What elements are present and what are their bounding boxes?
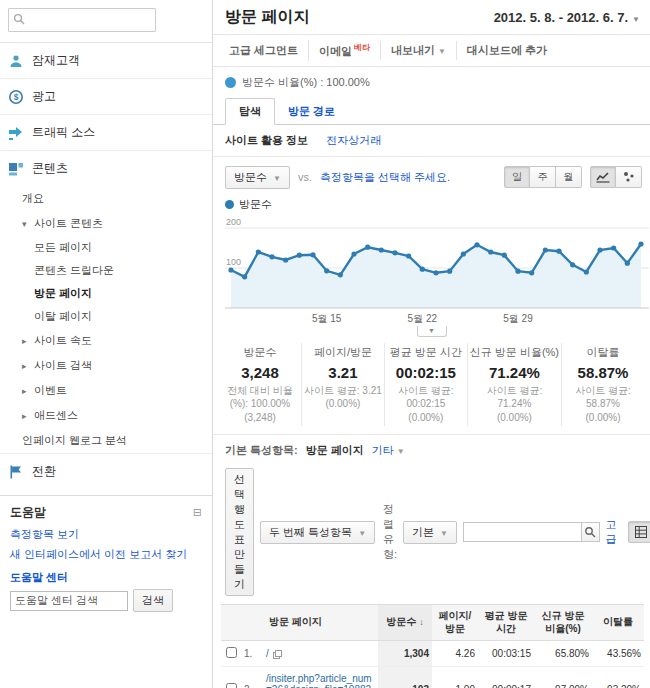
metric-dropdown[interactable]: 방문수▼ [225,166,290,189]
toolbar-label: 대시보드에 추가 [467,44,547,56]
summary-metric-1: 페이지/방문3.21사이트 평균: 3.21(0.00%) [301,343,384,427]
report-tabs: 탐색방문 경로 [213,94,650,125]
table-view-icon[interactable] [628,521,650,543]
svg-text:200: 200 [226,217,241,227]
sidebar-item-advertising[interactable]: $광고 [0,78,212,114]
tab-entrance-paths[interactable]: 방문 경로 [275,99,348,124]
plot-rows-button[interactable]: 선택 행 도표 만들기 [225,468,254,596]
row-checkbox[interactable] [226,683,237,688]
audience-icon [8,53,24,69]
sidebar-item-overview[interactable]: 개요 [0,186,212,211]
open-in-new-icon[interactable] [273,649,282,659]
sidebar-item-exit-pages[interactable]: 이탈 페이지 [0,305,212,328]
other-dimension-dropdown[interactable]: 기타▼ [372,443,405,458]
granularity-month-button[interactable]: 월 [556,166,582,188]
motion-chart-icon[interactable] [616,166,642,188]
sidebar-item-site-search[interactable]: ▸사이트 검색 [0,353,212,378]
pages-per-visit-cell: 4.26 [432,641,478,667]
table-row: 1./1,3044.2600:03:1565.80%43.56% [221,641,644,667]
report-toolbar: 고급 세그먼트이메일베타내보내기▼대시보드에 추가 [213,35,650,67]
subnav-ecommerce[interactable]: 전자상거래 [326,133,381,148]
summary-metric-label: 방문수 [221,345,299,360]
subnav-site-usage[interactable]: 사이트 활용 정보 [225,133,308,148]
timeseries-chart: 방문수 1002005월 155월 225월 29 [213,195,650,326]
visits-cell: 1,304 [378,641,432,667]
sidebar-item-content-drilldown[interactable]: 콘텐츠 드릴다운 [0,259,212,282]
date-range-selector[interactable]: 2012. 5. 8. - 2012. 6. 7.▼ [494,10,640,25]
sidebar-item-label: 콘텐츠 드릴다운 [34,263,114,278]
line-chart-icon[interactable] [590,166,616,188]
row-checkbox[interactable] [226,647,237,658]
help-collapse-icon[interactable]: ⊟ [193,506,202,519]
landing-page-link[interactable]: / [266,648,269,659]
help-link-0[interactable]: 측정항목 보기 [10,527,202,542]
sidebar-item-in-page-analytics[interactable]: 인페이지 웹로그 분석 [0,428,212,453]
help-search-input[interactable] [10,591,128,611]
sidebar-item-label: 콘텐츠 [32,160,68,177]
caret-down-icon: ▾ [22,219,30,229]
analytics-app: 잠재고객$광고트래픽 소스콘텐츠개요▾사이트 콘텐츠모든 페이지콘텐츠 드릴다운… [0,0,650,688]
sidebar-item-site-content[interactable]: ▾사이트 콘텐츠 [0,211,212,236]
table-search-input[interactable] [463,522,581,542]
help-search-button[interactable]: 검색 [133,589,173,612]
granularity-week-button[interactable]: 주 [530,166,556,188]
col-header-4[interactable]: 신규 방문 비율(%) [534,605,592,641]
sidebar-item-content[interactable]: 콘텐츠 [0,150,212,186]
summary-metric-sub: 전체 대비 비율(%): 100.00%(3,248) [221,384,299,425]
toolbar-export[interactable]: 내보내기▼ [380,41,456,60]
page-title: 방문 페이지 [225,7,309,28]
sidebar-item-audience[interactable]: 잠재고객 [0,43,212,78]
segment-label: 방문수 비율(%) : 100.00% [242,75,370,90]
svg-text:$: $ [14,92,19,102]
new-visit-pct-cell: 65.80% [534,641,592,667]
sidebar-item-label: 모든 페이지 [34,240,92,255]
caret-right-icon: ▸ [22,336,30,346]
beta-badge: 베타 [354,43,370,52]
sidebar-item-adsense[interactable]: ▸애드센스 [0,403,212,428]
granularity-day-button[interactable]: 일 [504,166,530,188]
chart-collapse-handle[interactable]: ▼ [417,326,447,337]
pages-per-visit-cell: 1.09 [432,667,478,688]
col-header-visits[interactable]: 방문수↓ [378,605,432,641]
chevron-down-icon: ▼ [438,47,446,56]
toolbar-email[interactable]: 이메일베타 [308,40,380,61]
landing-page-cell: / [263,641,378,667]
advanced-search-link[interactable]: 고급 [606,517,623,547]
sidebar-item-landing-pages[interactable]: 방문 페이지 [0,282,212,305]
landing-page-link[interactable]: /insiter.php?article_num=26&design_file=… [266,673,372,688]
summary-metric-value: 58.87% [564,364,642,381]
row-checkbox-cell [221,667,241,688]
table-search-button[interactable] [581,522,600,542]
col-header-2[interactable]: 페이지/방문 [432,605,478,641]
sidebar-item-label: 트래픽 소스 [32,124,95,141]
sidebar-item-label: 잠재고객 [32,52,80,69]
summary-metric-value: 00:02:15 [387,364,465,381]
col-header-landing-page[interactable]: 방문 페이지 [221,605,378,641]
sidebar-nav: 잠재고객$광고트래픽 소스콘텐츠개요▾사이트 콘텐츠모든 페이지콘텐츠 드릴다운… [0,42,212,489]
sidebar-search-input[interactable] [29,10,153,30]
secondary-dimension-dropdown[interactable]: 두 번째 특성항목▼ [260,521,375,544]
toolbar-advanced-segments[interactable]: 고급 세그먼트 [219,41,308,60]
toolbar-add-to-dashboard[interactable]: 대시보드에 추가 [456,41,557,60]
sort-type-dropdown[interactable]: 기본▼ [403,521,457,544]
landing-pages-table: 방문 페이지방문수↓페이지/방문평균 방문 시간신규 방문 비율(%)이탈률1.… [221,604,644,688]
col-header-5[interactable]: 이탈률 [592,605,644,641]
primary-dimension[interactable]: 방문 페이지 [306,443,364,458]
row-checkbox-cell [221,641,241,667]
sidebar-item-all-pages[interactable]: 모든 페이지 [0,236,212,259]
visits-line-chart[interactable]: 1002005월 155월 225월 29 [225,214,649,326]
sidebar-item-conversions[interactable]: 전환 [0,453,212,489]
segment-dot-icon [225,77,236,88]
new-visit-pct-cell: 97.09% [534,667,592,688]
sidebar-item-events[interactable]: ▸이벤트 [0,378,212,403]
advertising-icon: $ [8,89,24,105]
sidebar-item-traffic-sources[interactable]: 트래픽 소스 [0,114,212,150]
select-metric-link[interactable]: 측정항목을 선택해 주세요. [320,170,450,185]
sidebar-item-site-speed[interactable]: ▸사이트 속도 [0,328,212,353]
help-link-1[interactable]: 새 인터페이스에서 이전 보고서 찾기 [10,547,202,562]
tab-explorer[interactable]: 탐색 [225,98,275,125]
summary-metric-sub2: (3,248) [221,411,299,425]
help-center-link[interactable]: 도움말 센터 [10,570,202,585]
chart-plot[interactable]: 1002005월 155월 225월 29 [225,214,644,326]
col-header-3[interactable]: 평균 방문 시간 [478,605,534,641]
